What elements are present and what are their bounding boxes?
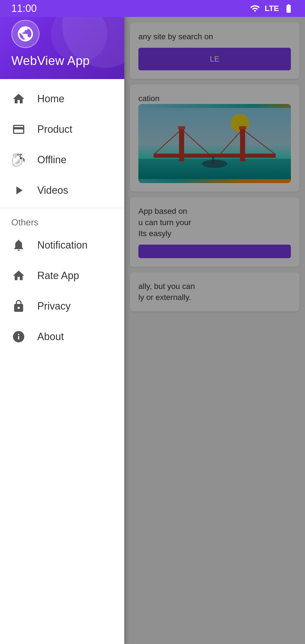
menu-item-videos[interactable]: Videos [0,175,124,206]
notification-icon [11,238,26,253]
globe-icon [16,25,34,43]
battery-icon [284,3,294,14]
app-logo [11,20,40,48]
others-section-header: Others [0,210,124,230]
home-label: Home [37,93,64,105]
menu-item-offline[interactable]: Offline [0,145,124,175]
home-icon [11,92,26,106]
offline-icon [11,153,26,167]
videos-label: Videos [37,184,68,196]
app-title: WebView App [11,54,90,68]
product-icon [11,122,26,137]
rate-app-icon [11,268,26,283]
lte-badge: LTE [265,4,279,13]
menu-item-notification[interactable]: Notification [0,230,124,260]
section-divider [0,208,124,208]
menu-item-rate-app[interactable]: Rate App [0,260,124,291]
status-time: 11:00 [11,3,37,14]
status-icons: LTE [250,3,294,14]
privacy-icon [11,299,26,314]
menu-item-privacy[interactable]: Privacy [0,291,124,321]
product-label: Product [37,123,72,135]
drawer-menu: Home Product Offline [0,79,124,644]
rate-app-label: Rate App [37,270,79,282]
drawer-overlay[interactable] [124,0,305,644]
offline-label: Offline [37,154,66,166]
navigation-drawer: WebView App Home Product [0,0,124,644]
privacy-label: Privacy [37,300,71,312]
menu-item-about[interactable]: About [0,321,124,352]
status-bar: 11:00 LTE [0,0,305,17]
about-label: About [37,331,64,343]
signal-icon [250,3,260,14]
menu-item-product[interactable]: Product [0,114,124,145]
about-icon [11,329,26,344]
menu-item-home[interactable]: Home [0,84,124,114]
notification-label: Notification [37,239,88,251]
videos-icon [11,183,26,198]
